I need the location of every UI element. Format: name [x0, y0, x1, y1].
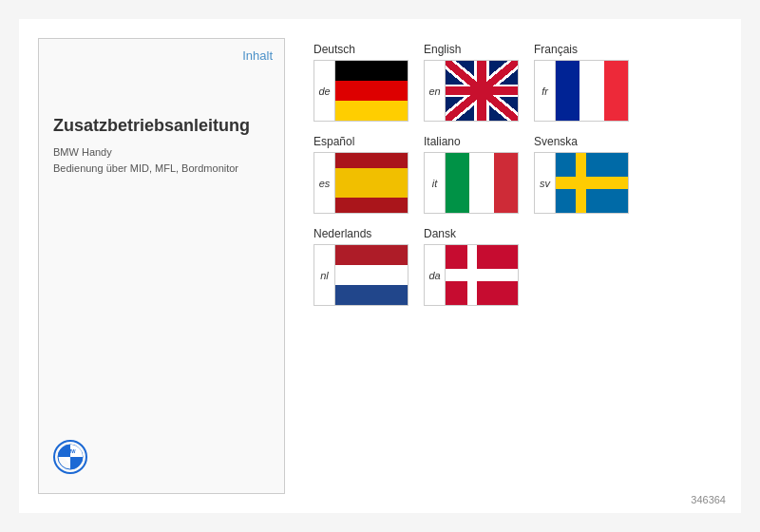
- lang-item-it[interactable]: Italiano it: [424, 135, 519, 214]
- lang-label-it: Italiano: [424, 135, 461, 148]
- flag-code-sv: sv: [535, 153, 556, 213]
- flag-code-it: it: [425, 153, 446, 213]
- flag-it: [446, 153, 518, 213]
- lang-item-da[interactable]: Dansk da: [424, 227, 519, 306]
- lang-item-de[interactable]: Deutsch de: [314, 43, 408, 122]
- flag-box-nl: nl: [314, 244, 408, 306]
- lang-item-fr[interactable]: Français fr: [534, 43, 629, 122]
- flag-nl: [335, 245, 408, 305]
- page-container: Inhalt Zusatzbetriebsanleitung BMW Handy…: [19, 19, 741, 513]
- flag-box-da: da: [424, 244, 519, 306]
- flag-box-de: de: [314, 60, 408, 122]
- flag-en: [446, 61, 518, 121]
- flag-box-en: en: [424, 60, 519, 122]
- lang-label-da: Dansk: [424, 227, 456, 240]
- flag-es: [335, 153, 408, 213]
- right-panel: Deutsch de English en: [314, 38, 722, 494]
- flag-code-fr: fr: [535, 61, 556, 121]
- lang-item-sv[interactable]: Svenska sv: [534, 135, 629, 214]
- flag-da: [446, 245, 518, 305]
- inhalt-link[interactable]: Inhalt: [242, 48, 273, 63]
- flag-fr: [556, 61, 628, 121]
- flag-code-nl: nl: [314, 245, 335, 305]
- bmw-logo: BMW: [53, 440, 87, 474]
- flag-code-da: da: [425, 245, 446, 305]
- flag-code-de: de: [314, 61, 335, 121]
- flag-code-es: es: [314, 153, 335, 213]
- page-number: 346364: [691, 494, 726, 505]
- document-title: Zusatzbetriebsanleitung: [53, 115, 270, 137]
- lang-row-3: Nederlands nl Dansk da: [314, 227, 722, 306]
- flag-box-it: it: [424, 152, 519, 214]
- lang-item-nl[interactable]: Nederlands nl: [314, 227, 408, 306]
- lang-label-sv: Svenska: [534, 135, 578, 148]
- flag-sv: [556, 153, 628, 213]
- flag-box-sv: sv: [534, 152, 629, 214]
- lang-label-nl: Nederlands: [314, 227, 371, 240]
- lang-label-es: Español: [314, 135, 354, 148]
- lang-item-en[interactable]: English en: [424, 43, 519, 122]
- svg-text:BMW: BMW: [65, 449, 76, 454]
- flag-box-fr: fr: [534, 60, 629, 122]
- lang-row-1: Deutsch de English en: [314, 43, 722, 122]
- lang-label-de: Deutsch: [314, 43, 355, 56]
- flag-code-en: en: [425, 61, 446, 121]
- document-subtitle: BMW Handy Bedienung über MID, MFL, Bordm…: [53, 144, 270, 176]
- flag-box-es: es: [314, 152, 408, 214]
- lang-label-en: English: [424, 43, 461, 56]
- lang-item-es[interactable]: Español es: [314, 135, 408, 214]
- lang-row-2: Español es Italiano it: [314, 135, 722, 214]
- flag-de: [335, 61, 408, 121]
- lang-label-fr: Français: [534, 43, 578, 56]
- left-panel: Inhalt Zusatzbetriebsanleitung BMW Handy…: [38, 38, 285, 494]
